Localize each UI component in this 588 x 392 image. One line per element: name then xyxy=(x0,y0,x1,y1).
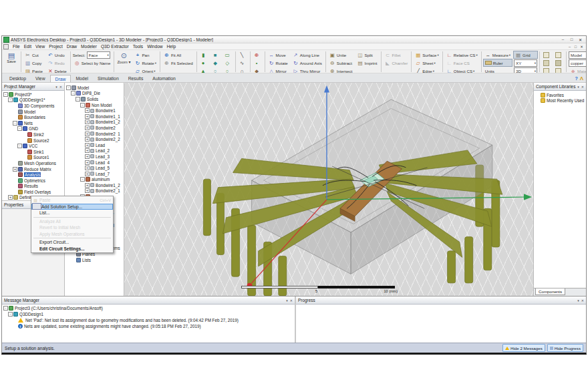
message-item[interactable]: -Q3DDesign1 xyxy=(2,311,295,317)
model-tree-item[interactable]: -DIP8_Die xyxy=(65,91,124,97)
draw-cylinder-button[interactable] xyxy=(198,59,210,67)
tab-view[interactable]: View xyxy=(31,75,50,82)
dimension-combo[interactable]: 3D▾ xyxy=(513,67,538,73)
project-tree-item[interactable]: Results xyxy=(2,184,64,190)
project-tree-item[interactable]: -Nets xyxy=(2,120,64,126)
collapse-icon[interactable]: - xyxy=(80,177,85,182)
menu-project[interactable]: Project xyxy=(47,44,65,49)
expand-icon[interactable]: + xyxy=(85,132,90,136)
view-front-button[interactable] xyxy=(541,67,553,73)
list-menu-item[interactable]: List... xyxy=(31,210,113,216)
project-tree-item[interactable]: Field Overlays xyxy=(2,189,64,195)
object-type-combo[interactable]: Model▾ xyxy=(568,51,586,59)
menu-help[interactable]: Help xyxy=(165,44,178,49)
message-item[interactable]: Net 'Pad': Net lost its assignment due t… xyxy=(2,317,295,323)
collapse-icon[interactable]: - xyxy=(17,144,22,148)
mdi-restore-button[interactable]: □ xyxy=(573,45,579,49)
menu-draw[interactable]: Draw xyxy=(65,44,79,49)
edit-circuit-settings-menu-item[interactable]: Edit Circuit Settings... xyxy=(31,246,113,252)
tab-automation[interactable]: Automation xyxy=(148,75,180,82)
collapse-icon[interactable]: - xyxy=(80,103,85,108)
expand-icon[interactable]: + xyxy=(85,188,90,193)
expand-icon[interactable]: + xyxy=(85,148,90,153)
collapse-icon[interactable]: - xyxy=(3,306,8,311)
project-tree-item[interactable]: Sink2 xyxy=(2,132,64,138)
model-tree-item[interactable]: -Non Model xyxy=(65,102,124,108)
close-button[interactable]: ✕ xyxy=(576,37,585,42)
model-tree-item[interactable]: +Bondwire1 xyxy=(65,108,124,114)
collapse-icon[interactable]: - xyxy=(71,91,76,95)
project-tree-item[interactable]: Source1 xyxy=(2,155,64,161)
draw-ellipse-button[interactable] xyxy=(223,59,234,67)
panel-close-icon[interactable]: ✕ xyxy=(581,299,584,303)
model-tree-item[interactable]: +Bondwire2_1 xyxy=(65,131,124,137)
fit-selected-button[interactable]: Fit Selected xyxy=(162,59,195,67)
project-tree-item[interactable]: Mesh Operations xyxy=(2,160,64,166)
thru-mirror-button[interactable]: Thru Mirror xyxy=(291,67,324,73)
model-tree-item[interactable]: +Lead_2 xyxy=(65,148,124,154)
redo-button[interactable]: Redo xyxy=(45,59,69,67)
project-tree-item[interactable]: Sink1 xyxy=(2,149,64,155)
relative-cs-button[interactable]: Relative CS▾ xyxy=(444,51,480,59)
fit-all-button[interactable]: Fit All xyxy=(162,51,195,59)
model-tree-item[interactable]: +Lead_4 xyxy=(65,160,124,166)
project-tree-item[interactable]: -VCC xyxy=(2,143,64,149)
model-tree-item[interactable]: +Bondwire1_2 xyxy=(65,120,124,126)
split-button[interactable]: Split xyxy=(355,51,380,59)
collapse-icon[interactable]: - xyxy=(17,126,22,131)
project-tree-item[interactable]: -GND xyxy=(2,126,64,132)
sheet-button[interactable]: Sheet▾ xyxy=(413,59,441,67)
model-tree-item[interactable]: +Bondwire2 xyxy=(65,125,124,131)
view-iso-button[interactable] xyxy=(541,51,553,59)
panel-close-icon[interactable]: ✕ xyxy=(581,85,584,89)
ruler-button[interactable]: Ruler xyxy=(483,59,512,67)
menu-modeler[interactable]: Modeler xyxy=(79,44,99,49)
collapse-icon[interactable]: - xyxy=(8,97,13,102)
expand-icon[interactable]: + xyxy=(85,120,90,124)
draw-spline-button[interactable] xyxy=(237,59,249,67)
face-cs-button[interactable]: Face CS xyxy=(444,59,480,67)
apply-mesh-operations-menu-item[interactable]: Apply Mesh Operations xyxy=(31,231,113,238)
project-tree-item[interactable]: Model xyxy=(2,109,64,115)
component-library-item[interactable]: Favorites xyxy=(534,92,586,98)
draw-sphere-button[interactable] xyxy=(210,51,222,59)
model-tree-item[interactable]: +Bondwire1_1 xyxy=(65,114,124,120)
cut-button[interactable]: Cut xyxy=(23,51,45,59)
model-tree-item[interactable]: +Bondwire2_2 xyxy=(65,136,124,142)
collapse-icon[interactable]: - xyxy=(3,92,8,97)
paste-menu-item[interactable]: PasteCtrl+V xyxy=(31,197,113,204)
rotate-button[interactable]: Rotate xyxy=(267,59,290,67)
orient-button[interactable]: Orient▾ xyxy=(132,67,158,73)
edge-button[interactable]: Edge▾ xyxy=(413,67,441,73)
draw-point-button[interactable] xyxy=(252,51,263,59)
panel-close-icon[interactable]: ✕ xyxy=(290,299,293,303)
expand-icon[interactable]: + xyxy=(85,160,90,165)
panel-menu-icon[interactable]: ▾ xyxy=(55,85,57,89)
panel-close-icon[interactable]: ✕ xyxy=(59,85,62,89)
expand-icon[interactable]: + xyxy=(85,166,90,170)
project-tree-item[interactable]: Optimetrics xyxy=(2,178,64,184)
surface-button[interactable]: Surface▾ xyxy=(413,51,441,59)
mdi-minimize-button[interactable]: – xyxy=(567,45,573,49)
draw-box-button[interactable] xyxy=(198,51,210,59)
tab-draw[interactable]: Draw xyxy=(50,75,71,82)
along-line-button[interactable]: Along Line xyxy=(291,51,324,59)
view-left-button[interactable] xyxy=(553,59,565,67)
expand-icon[interactable]: + xyxy=(85,137,90,142)
menu-q3d-extractor[interactable]: Q3D Extractor xyxy=(99,44,131,49)
tab-desktop[interactable]: Desktop xyxy=(5,75,31,82)
add-solution-setup-menu-item[interactable]: Add Solution Setup... xyxy=(31,204,113,210)
expand-icon[interactable]: + xyxy=(85,143,90,148)
component-library-item[interactable]: Most Recently Used xyxy=(534,98,586,104)
model-tree-item[interactable]: Lists xyxy=(65,257,124,263)
around-axis-button[interactable]: Around Axis xyxy=(291,59,324,67)
collapse-icon[interactable]: - xyxy=(8,312,13,317)
project-tree-item[interactable]: Boundaries xyxy=(2,114,64,120)
grid-toggle-button[interactable]: Grid xyxy=(513,51,538,59)
imprint-button[interactable]: Imprint xyxy=(355,59,380,67)
project-tree-item[interactable]: Source2 xyxy=(2,138,64,144)
viewport-3d[interactable]: 5 10 (mm) xyxy=(124,83,533,296)
model-tree-item[interactable]: +Lead_3 xyxy=(65,154,124,160)
expand-icon[interactable]: + xyxy=(85,126,90,130)
object-cs-button[interactable]: Object CS▾ xyxy=(444,67,480,73)
